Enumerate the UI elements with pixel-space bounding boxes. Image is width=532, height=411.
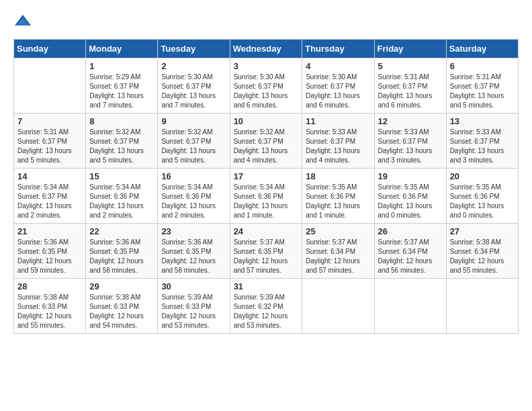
day-info: Sunrise: 5:29 AMSunset: 6:37 PMDaylight:… [89, 73, 154, 110]
logo-icon [13, 13, 32, 28]
calendar-week-row: 14Sunrise: 5:34 AMSunset: 6:37 PMDayligh… [14, 169, 519, 224]
calendar-cell: 19Sunrise: 5:35 AMSunset: 6:36 PMDayligh… [374, 169, 446, 224]
calendar-cell: 27Sunrise: 5:38 AMSunset: 6:34 PMDayligh… [446, 224, 518, 279]
calendar-cell: 15Sunrise: 5:34 AMSunset: 6:36 PMDayligh… [86, 169, 158, 224]
calendar-week-row: 21Sunrise: 5:36 AMSunset: 6:35 PMDayligh… [14, 224, 519, 279]
day-info: Sunrise: 5:36 AMSunset: 6:35 PMDaylight:… [161, 238, 226, 275]
day-number: 7 [17, 116, 82, 126]
calendar-cell [374, 279, 446, 334]
day-info: Sunrise: 5:34 AMSunset: 6:36 PMDaylight:… [89, 183, 154, 220]
day-number: 29 [89, 281, 154, 291]
day-info: Sunrise: 5:34 AMSunset: 6:36 PMDaylight:… [161, 183, 226, 220]
day-number: 16 [161, 171, 226, 181]
day-info: Sunrise: 5:38 AMSunset: 6:34 PMDaylight:… [450, 238, 515, 275]
calendar-cell: 13Sunrise: 5:33 AMSunset: 6:37 PMDayligh… [446, 113, 518, 169]
day-info: Sunrise: 5:31 AMSunset: 6:37 PMDaylight:… [378, 73, 443, 110]
calendar-cell: 8Sunrise: 5:32 AMSunset: 6:37 PMDaylight… [86, 113, 158, 169]
calendar-cell: 6Sunrise: 5:31 AMSunset: 6:37 PMDaylight… [446, 58, 518, 113]
calendar-cell: 29Sunrise: 5:38 AMSunset: 6:33 PMDayligh… [86, 279, 158, 334]
day-info: Sunrise: 5:37 AMSunset: 6:34 PMDaylight:… [378, 238, 443, 275]
day-info: Sunrise: 5:30 AMSunset: 6:37 PMDaylight:… [234, 73, 299, 110]
day-info: Sunrise: 5:30 AMSunset: 6:37 PMDaylight:… [161, 73, 226, 110]
calendar-cell: 21Sunrise: 5:36 AMSunset: 6:35 PMDayligh… [14, 224, 86, 279]
calendar-cell: 11Sunrise: 5:33 AMSunset: 6:37 PMDayligh… [302, 113, 374, 169]
col-header-wednesday: Wednesday [230, 40, 302, 58]
calendar-cell: 20Sunrise: 5:35 AMSunset: 6:36 PMDayligh… [446, 169, 518, 224]
calendar-cell: 26Sunrise: 5:37 AMSunset: 6:34 PMDayligh… [374, 224, 446, 279]
page-header [13, 13, 519, 28]
day-number: 18 [306, 171, 370, 181]
calendar-cell: 1Sunrise: 5:29 AMSunset: 6:37 PMDaylight… [86, 58, 158, 113]
calendar-cell [446, 279, 518, 334]
calendar-cell: 25Sunrise: 5:37 AMSunset: 6:34 PMDayligh… [302, 224, 374, 279]
calendar-cell: 5Sunrise: 5:31 AMSunset: 6:37 PMDaylight… [374, 58, 446, 113]
day-number: 10 [234, 116, 299, 126]
day-number: 11 [306, 116, 370, 126]
calendar-cell: 12Sunrise: 5:33 AMSunset: 6:37 PMDayligh… [374, 113, 446, 169]
col-header-monday: Monday [86, 40, 158, 58]
day-info: Sunrise: 5:30 AMSunset: 6:37 PMDaylight:… [306, 73, 370, 110]
day-number: 27 [450, 226, 515, 236]
day-number: 19 [378, 171, 443, 181]
calendar-week-row: 7Sunrise: 5:31 AMSunset: 6:37 PMDaylight… [14, 113, 519, 169]
calendar-cell: 24Sunrise: 5:37 AMSunset: 6:35 PMDayligh… [230, 224, 302, 279]
calendar-cell: 30Sunrise: 5:39 AMSunset: 6:33 PMDayligh… [158, 279, 230, 334]
day-number: 26 [378, 226, 443, 236]
day-info: Sunrise: 5:36 AMSunset: 6:35 PMDaylight:… [17, 238, 82, 275]
day-number: 17 [234, 171, 299, 181]
calendar-cell: 7Sunrise: 5:31 AMSunset: 6:37 PMDaylight… [14, 113, 86, 169]
col-header-sunday: Sunday [14, 40, 86, 58]
day-info: Sunrise: 5:33 AMSunset: 6:37 PMDaylight:… [306, 128, 370, 165]
calendar-cell: 3Sunrise: 5:30 AMSunset: 6:37 PMDaylight… [230, 58, 302, 113]
day-number: 31 [234, 281, 299, 291]
day-number: 8 [89, 116, 154, 126]
day-number: 25 [306, 226, 370, 236]
calendar-cell: 31Sunrise: 5:39 AMSunset: 6:32 PMDayligh… [230, 279, 302, 334]
logo [13, 13, 35, 28]
calendar-header-row: SundayMondayTuesdayWednesdayThursdayFrid… [14, 40, 519, 58]
day-info: Sunrise: 5:35 AMSunset: 6:36 PMDaylight:… [450, 183, 515, 220]
day-info: Sunrise: 5:32 AMSunset: 6:37 PMDaylight:… [234, 128, 299, 165]
calendar-week-row: 28Sunrise: 5:38 AMSunset: 6:33 PMDayligh… [14, 279, 519, 334]
day-info: Sunrise: 5:37 AMSunset: 6:35 PMDaylight:… [234, 238, 299, 275]
day-number: 28 [17, 281, 82, 291]
day-number: 1 [89, 61, 154, 71]
day-number: 3 [234, 61, 299, 71]
day-info: Sunrise: 5:31 AMSunset: 6:37 PMDaylight:… [17, 128, 82, 165]
calendar-cell: 9Sunrise: 5:32 AMSunset: 6:37 PMDaylight… [158, 113, 230, 169]
day-number: 2 [161, 61, 226, 71]
day-number: 23 [161, 226, 226, 236]
day-info: Sunrise: 5:38 AMSunset: 6:33 PMDaylight:… [17, 293, 82, 330]
day-info: Sunrise: 5:35 AMSunset: 6:36 PMDaylight:… [378, 183, 443, 220]
calendar-cell: 22Sunrise: 5:36 AMSunset: 6:35 PMDayligh… [86, 224, 158, 279]
col-header-thursday: Thursday [302, 40, 374, 58]
day-number: 6 [450, 61, 515, 71]
day-number: 4 [306, 61, 370, 71]
day-number: 14 [17, 171, 82, 181]
calendar-cell: 16Sunrise: 5:34 AMSunset: 6:36 PMDayligh… [158, 169, 230, 224]
day-info: Sunrise: 5:31 AMSunset: 6:37 PMDaylight:… [450, 73, 515, 110]
day-info: Sunrise: 5:32 AMSunset: 6:37 PMDaylight:… [161, 128, 226, 165]
day-info: Sunrise: 5:36 AMSunset: 6:35 PMDaylight:… [89, 238, 154, 275]
day-number: 13 [450, 116, 515, 126]
calendar-cell: 10Sunrise: 5:32 AMSunset: 6:37 PMDayligh… [230, 113, 302, 169]
day-info: Sunrise: 5:39 AMSunset: 6:32 PMDaylight:… [234, 293, 299, 330]
day-number: 30 [161, 281, 226, 291]
day-number: 15 [89, 171, 154, 181]
calendar-week-row: 1Sunrise: 5:29 AMSunset: 6:37 PMDaylight… [14, 58, 519, 113]
calendar-table: SundayMondayTuesdayWednesdayThursdayFrid… [13, 39, 519, 334]
calendar-cell [14, 58, 86, 113]
calendar-cell: 14Sunrise: 5:34 AMSunset: 6:37 PMDayligh… [14, 169, 86, 224]
day-number: 24 [234, 226, 299, 236]
calendar-cell: 28Sunrise: 5:38 AMSunset: 6:33 PMDayligh… [14, 279, 86, 334]
day-info: Sunrise: 5:33 AMSunset: 6:37 PMDaylight:… [450, 128, 515, 165]
day-info: Sunrise: 5:33 AMSunset: 6:37 PMDaylight:… [378, 128, 443, 165]
day-info: Sunrise: 5:39 AMSunset: 6:33 PMDaylight:… [161, 293, 226, 330]
day-number: 5 [378, 61, 443, 71]
day-number: 21 [17, 226, 82, 236]
calendar-cell: 4Sunrise: 5:30 AMSunset: 6:37 PMDaylight… [302, 58, 374, 113]
calendar-cell: 2Sunrise: 5:30 AMSunset: 6:37 PMDaylight… [158, 58, 230, 113]
day-info: Sunrise: 5:34 AMSunset: 6:36 PMDaylight:… [234, 183, 299, 220]
day-number: 9 [161, 116, 226, 126]
calendar-cell: 23Sunrise: 5:36 AMSunset: 6:35 PMDayligh… [158, 224, 230, 279]
